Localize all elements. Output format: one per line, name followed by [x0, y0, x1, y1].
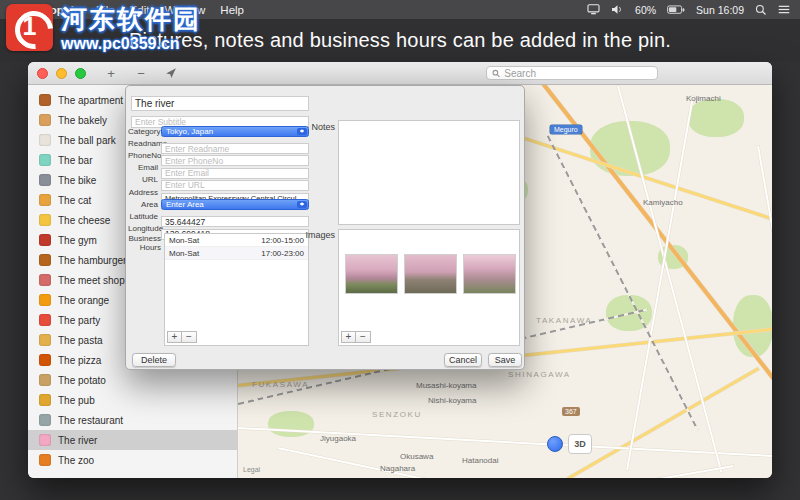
business-hours-label: Business Hours	[128, 235, 161, 252]
sidebar-item-label: The orange	[58, 295, 109, 306]
area-label: Area	[128, 200, 161, 209]
sidebar-item-label: The bar	[58, 155, 92, 166]
business-hours-table[interactable]: Mon-Sat12:00-15:00Mon-Sat17:00-23:00 + −	[164, 233, 309, 346]
add-hours-button[interactable]: +	[167, 331, 182, 343]
search-input[interactable]	[504, 68, 652, 79]
cherry-blossom-photo-1[interactable]	[345, 254, 398, 294]
minimize-window-button[interactable]	[56, 68, 67, 79]
cherry-blossom-photo-3[interactable]	[463, 254, 516, 294]
watermark-site-name: 河东软件园	[61, 4, 201, 34]
3d-mode-button[interactable]: 3D	[568, 434, 592, 454]
apartment-icon	[39, 94, 51, 106]
sidebar-item[interactable]: The river	[28, 430, 237, 450]
pin-title-input[interactable]	[131, 96, 309, 111]
business-hours-row[interactable]: Mon-Sat12:00-15:00	[165, 234, 308, 247]
spotlight-search-icon[interactable]	[755, 4, 767, 16]
watermark: 河东软件园 www.pc0359.cn	[6, 4, 201, 54]
battery-percent: 60%	[635, 4, 656, 16]
sidebar-item[interactable]: The potato	[28, 370, 237, 390]
remove-pin-button[interactable]: −	[130, 66, 152, 81]
category-popup[interactable]: Tokyo, Japan	[161, 126, 309, 137]
sidebar-item-label: The restaurant	[58, 415, 123, 426]
map-label: Jiyugaoka	[320, 434, 356, 443]
map-label: Meguro	[550, 125, 582, 134]
remove-hours-button[interactable]: −	[182, 331, 197, 343]
address-label: Address	[128, 188, 161, 197]
menu-help[interactable]: Help	[220, 4, 244, 16]
baseball-icon	[39, 134, 51, 146]
map-label: FUKASAWA	[252, 380, 309, 389]
current-location-map-button[interactable]	[547, 436, 563, 452]
watermark-site-url: www.pc0359.cn	[61, 34, 201, 54]
remove-image-button[interactable]: −	[356, 331, 371, 343]
map-label: SENZOKU	[372, 410, 422, 419]
delete-button[interactable]: Delete	[132, 353, 176, 367]
cat-icon	[39, 194, 51, 206]
volume-icon[interactable]	[611, 4, 624, 15]
latitude-label: Latitude	[128, 212, 161, 221]
map-label: Nishi-koyama	[428, 396, 476, 405]
map-label: Nagahara	[380, 464, 415, 473]
business-hours-time: 17:00-23:00	[261, 249, 304, 258]
road	[757, 146, 772, 442]
images-label: Images	[294, 230, 335, 240]
display-icon[interactable]	[587, 4, 600, 15]
map-label: TAKANAWA	[536, 316, 593, 325]
beer-icon	[39, 394, 51, 406]
tiger-icon	[39, 454, 51, 466]
add-pin-button[interactable]: +	[100, 66, 122, 81]
menu-clock[interactable]: Sun 16:09	[696, 4, 744, 16]
sidebar-item-label: The bike	[58, 175, 96, 186]
sidebar-item-label: The pizza	[58, 355, 101, 366]
email-label: Email	[128, 163, 161, 172]
legal-link[interactable]: Legal	[243, 466, 260, 473]
current-location-button[interactable]	[160, 66, 182, 81]
hamburger-icon	[39, 254, 51, 266]
sidebar-item-label: The bakely	[58, 115, 107, 126]
sidebar-item-label: The cheese	[58, 215, 110, 226]
map-label: Kojimachi	[686, 94, 721, 103]
url-label: URL	[128, 175, 161, 184]
notes-textarea[interactable]	[338, 120, 520, 225]
sidebar-item[interactable]: The zoo	[28, 450, 237, 470]
popup-arrows-icon	[297, 201, 307, 208]
party-popper-icon	[39, 314, 51, 326]
spaghetti-icon	[39, 334, 51, 346]
save-button[interactable]: Save	[488, 353, 522, 367]
weightlifter-icon	[39, 234, 51, 246]
phoneno-label: PhoneNo	[128, 151, 161, 160]
map-label: Kamiyacho	[643, 198, 683, 207]
close-window-button[interactable]	[37, 68, 48, 79]
sidebar-item-label: The party	[58, 315, 100, 326]
pizza-icon	[39, 354, 51, 366]
area-value: Enter Area	[166, 200, 204, 209]
category-value: Tokyo, Japan	[166, 127, 213, 136]
map-label: Hatanodai	[462, 456, 498, 465]
notification-center-icon[interactable]	[778, 4, 790, 15]
major-road	[567, 367, 759, 478]
battery-icon[interactable]	[667, 5, 685, 15]
add-image-button[interactable]: +	[341, 331, 356, 343]
route-badge: 367	[562, 407, 580, 416]
images-panel[interactable]: + −	[338, 229, 520, 346]
sidebar-item-label: The zoo	[58, 455, 94, 466]
cherry-blossom-photo-2[interactable]	[404, 254, 457, 294]
area-popup[interactable]: Enter Area	[161, 199, 309, 210]
potato-icon	[39, 374, 51, 386]
business-hours-row[interactable]: Mon-Sat17:00-23:00	[165, 247, 308, 260]
toolbar-search-field[interactable]	[486, 66, 658, 80]
sidebar-item-label: The gym	[58, 235, 97, 246]
business-hours-days: Mon-Sat	[169, 236, 199, 245]
sidebar-item[interactable]: The pub	[28, 390, 237, 410]
zoom-window-button[interactable]	[75, 68, 86, 79]
cocktail-icon	[39, 154, 51, 166]
park-area	[268, 411, 314, 437]
railway-line	[547, 135, 698, 430]
road	[238, 427, 772, 457]
sidebar-item-label: The apartment	[58, 95, 123, 106]
sidebar-item-label: The pasta	[58, 335, 102, 346]
cheese-icon	[39, 214, 51, 226]
sidebar-item[interactable]: The restaurant	[28, 410, 237, 430]
cancel-button[interactable]: Cancel	[444, 353, 482, 367]
map-label: SHINAGAWA	[508, 370, 571, 379]
